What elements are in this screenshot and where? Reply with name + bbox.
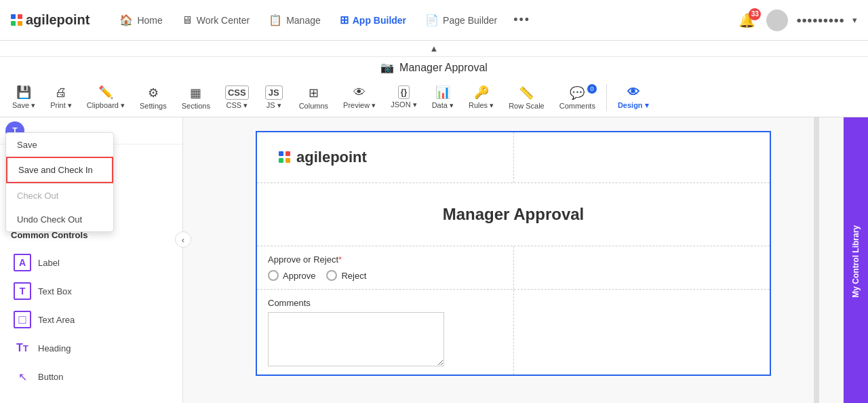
sections-button[interactable]: ▦ Sections (175, 81, 217, 114)
form-canvas: agilepoint Manager Approval Approve or R… (256, 131, 771, 376)
design-label: Design ▾ (618, 101, 649, 110)
settings-label: Settings (140, 102, 167, 110)
sidebar-controls: A Label T Text Box □ Text Area TT Headin… (0, 246, 182, 394)
more-menu[interactable]: ••• (508, 10, 536, 30)
nav-manage[interactable]: 📋 Manage (260, 8, 329, 32)
css-icon: CSS (225, 85, 249, 100)
main-layout: T Absence Request Manager Approval + Com… (0, 117, 868, 403)
columns-label: Columns (299, 102, 328, 110)
control-heading[interactable]: TT Heading (0, 334, 182, 362)
form-row-comments: Comments (257, 290, 770, 375)
save-button[interactable]: 💾 Save ▾ (5, 81, 42, 114)
logo-squares (11, 14, 23, 26)
clipboard-button[interactable]: ✏️ Clipboard ▾ (80, 81, 132, 114)
form-sq3 (279, 158, 283, 163)
css-button[interactable]: CSS CSS ▾ (218, 81, 256, 114)
nav-home[interactable]: 🏠 Home (111, 8, 170, 32)
comments-label: Comments (268, 298, 502, 308)
avatar[interactable] (766, 9, 788, 31)
form-cell-title: Manager Approval (257, 183, 770, 246)
nav-app-builder[interactable]: ⊞ App Builder (332, 8, 414, 32)
comments-textarea[interactable] (268, 312, 444, 366)
logo-sq-blue (11, 14, 16, 19)
form-cell-approve: Approve or Reject* Approve Reject (257, 246, 514, 289)
text-area-ctrl-icon: □ (14, 311, 31, 328)
columns-button[interactable]: ⊞ Columns (292, 81, 335, 114)
preview-label: Preview ▾ (343, 101, 376, 110)
settings-button[interactable]: ⚙ Settings (133, 81, 174, 114)
data-label: Data ▾ (432, 101, 454, 110)
save-check-in-option[interactable]: Save and Check In (6, 157, 113, 183)
scrollbar[interactable] (814, 117, 819, 403)
sidebar-collapse-button[interactable]: ‹ (175, 231, 191, 248)
form-row-logo: agilepoint (257, 132, 770, 183)
data-icon: 📊 (435, 85, 450, 100)
reject-radio-item[interactable]: Reject (326, 270, 366, 281)
chevron-down-icon[interactable]: ▾ (852, 15, 857, 25)
approve-label: Approve (283, 271, 315, 281)
save-dropdown: Save Save and Check In Check Out Undo Ch… (5, 132, 114, 232)
js-button[interactable]: JS JS ▾ (257, 81, 291, 114)
approve-radio[interactable] (268, 270, 279, 281)
control-label[interactable]: A Label (0, 248, 182, 277)
right-panel-label: My Control Library (851, 225, 861, 298)
control-button[interactable]: ↖ Button (0, 362, 182, 391)
design-icon: 👁 (627, 85, 639, 100)
sections-label: Sections (182, 102, 210, 110)
form-title: Manager Approval (268, 191, 759, 237)
row-scale-icon: 📏 (519, 85, 534, 100)
form-logo: agilepoint (268, 140, 502, 174)
approve-radio-item[interactable]: Approve (268, 270, 315, 281)
comments-button[interactable]: 💬 0 Comments (553, 81, 602, 114)
top-nav: agilepoint 🏠 Home 🖥 Work Center 📋 Manage… (0, 0, 868, 41)
text-box-ctrl-icon: T (14, 282, 31, 300)
canvas-area: agilepoint Manager Approval Approve or R… (183, 117, 844, 403)
control-text-area[interactable]: □ Text Area (0, 305, 182, 334)
nav-home-label: Home (137, 15, 162, 26)
row-scale-button[interactable]: 📏 Row Scale (502, 81, 551, 114)
logo-sq-red (18, 14, 22, 19)
chevron-up-icon: ▲ (430, 43, 439, 54)
notifications-bell[interactable]: 🔔 33 (736, 9, 758, 31)
control-text-area-text: Text Area (38, 315, 75, 325)
form-cell-logo: agilepoint (257, 132, 514, 183)
preview-button[interactable]: 👁 Preview ▾ (336, 81, 382, 114)
css-label: CSS ▾ (226, 101, 248, 110)
nav-manage-label: Manage (286, 15, 321, 26)
form-cell-logo-right (514, 132, 770, 183)
logo-text: agilepoint (26, 12, 90, 28)
reject-radio[interactable] (326, 270, 337, 281)
nav-work-center[interactable]: 🖥 Work Center (174, 9, 258, 32)
undo-check-out-option[interactable]: Undo Check Out (6, 208, 113, 231)
design-button[interactable]: 👁 Design ▾ (611, 81, 656, 114)
save-icon: 💾 (16, 85, 31, 100)
clipboard-icon: 📋 (269, 14, 282, 26)
nav-right: 🔔 33 ●●●●●●●●● ▾ (736, 9, 857, 31)
clipboard-label: Clipboard ▾ (87, 101, 125, 110)
toolbar: 💾 Save ▾ 🖨 Print ▾ ✏️ Clipboard ▾ ⚙ Sett… (0, 78, 868, 117)
rules-button[interactable]: 🔑 Rules ▾ (462, 81, 500, 114)
js-icon: JS (265, 85, 283, 100)
nav-page-builder[interactable]: 📄 Page Builder (417, 8, 505, 32)
button-ctrl-icon: ↖ (14, 368, 31, 385)
data-button[interactable]: 📊 Data ▾ (425, 81, 460, 114)
row-scale-label: Row Scale (509, 102, 545, 110)
nav-app-builder-label: App Builder (353, 15, 406, 26)
settings-icon: ⚙ (148, 85, 159, 100)
page-icon: 📄 (425, 14, 439, 26)
collapse-bar[interactable]: ▲ (0, 41, 868, 57)
js-label: JS ▾ (267, 101, 281, 110)
user-name[interactable]: ●●●●●●●●● (796, 15, 844, 25)
control-button-text: Button (38, 372, 64, 382)
json-button[interactable]: {} JSON ▾ (384, 81, 423, 113)
notification-badge: 33 (749, 8, 761, 20)
print-button[interactable]: 🖨 Print ▾ (43, 81, 79, 114)
right-panel[interactable]: My Control Library (844, 117, 868, 403)
json-label: JSON ▾ (391, 100, 416, 109)
control-text-box[interactable]: T Text Box (0, 277, 182, 305)
form-logo-dot-blue (279, 151, 291, 164)
reject-label: Reject (341, 271, 366, 281)
save-option[interactable]: Save (6, 133, 113, 157)
form-logo-text: agilepoint (296, 149, 367, 166)
form-sq2 (285, 151, 290, 156)
